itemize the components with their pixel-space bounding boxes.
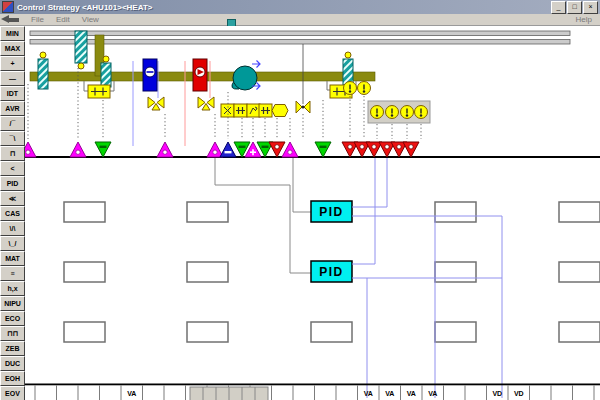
io-strip-gray-panel xyxy=(190,387,268,400)
terminal-shape xyxy=(25,142,36,157)
terminal-red-down[interactable] xyxy=(403,142,419,157)
damper-outside-air[interactable] xyxy=(38,59,48,89)
cooling-valve[interactable] xyxy=(148,97,164,110)
diagram-svg: PID PID VAVAVAVAVAVDVD xyxy=(25,26,600,400)
heating-coil[interactable] xyxy=(193,59,207,91)
menu-edit[interactable]: Edit xyxy=(50,15,76,24)
terminal-mark-minus xyxy=(225,151,232,153)
empty-block[interactable] xyxy=(311,322,352,342)
menu-help[interactable]: Help xyxy=(568,15,600,24)
empty-block[interactable] xyxy=(64,202,105,222)
hx-button[interactable]: h,x xyxy=(0,281,25,296)
menu-view[interactable]: View xyxy=(76,15,105,24)
terminal-shape xyxy=(315,142,331,157)
empty-block[interactable] xyxy=(64,322,105,342)
terminal-mark-minus xyxy=(320,146,327,148)
cas-button[interactable]: CAS xyxy=(0,206,25,221)
io-strip[interactable]: VAVAVAVAVAVDVD xyxy=(35,386,594,400)
empty-block[interactable] xyxy=(187,262,228,282)
terminal-magenta-up[interactable] xyxy=(25,142,36,157)
pid-block-1[interactable]: PID xyxy=(311,201,352,222)
purple-wires xyxy=(352,158,502,398)
panel-sensor-3[interactable] xyxy=(401,106,414,119)
plus-button[interactable]: + xyxy=(0,56,25,71)
io-cell-label: VD xyxy=(492,390,502,397)
empty-block[interactable] xyxy=(64,262,105,282)
avr-button[interactable]: AVR xyxy=(0,101,25,116)
terminal-red-down[interactable] xyxy=(269,142,285,157)
empty-block[interactable] xyxy=(187,322,228,342)
terminal-green-down[interactable] xyxy=(315,142,331,157)
menu-bar: File Edit View Help xyxy=(0,14,600,26)
empty-block[interactable] xyxy=(559,262,600,282)
panel-sensor-2[interactable] xyxy=(386,106,399,119)
empty-block[interactable] xyxy=(187,202,228,222)
duct-sensor-humidity[interactable] xyxy=(358,82,371,95)
minus-button[interactable]: — xyxy=(0,71,25,86)
heating-valve[interactable] xyxy=(198,97,214,110)
pid-block-2[interactable]: PID xyxy=(311,261,352,282)
eov-button[interactable]: EOV xyxy=(0,386,25,400)
duc-button[interactable]: DUC xyxy=(0,356,25,371)
terminal-mark-circle xyxy=(348,145,352,149)
terminal-red-down[interactable] xyxy=(366,142,382,157)
pulse-icon-button[interactable]: ⊓ xyxy=(0,146,25,161)
zeb-button[interactable]: ZEB xyxy=(0,341,25,356)
chart-icon-button[interactable]: ≡ xyxy=(0,266,25,281)
empty-block[interactable] xyxy=(435,262,476,282)
menu-file[interactable]: File xyxy=(25,15,50,24)
compare-icon-button[interactable]: < xyxy=(0,161,25,176)
panel-sensor-1[interactable] xyxy=(371,106,384,119)
idt-button[interactable]: IDT xyxy=(0,86,25,101)
terminal-mark-circle xyxy=(163,150,167,154)
terminal-magenta-up[interactable] xyxy=(70,142,86,157)
window-title: Control Strategy <AHU101><HEAT> xyxy=(17,3,152,12)
dip-icon-button[interactable]: \_/ xyxy=(0,236,25,251)
mat-button[interactable]: MAT xyxy=(0,251,25,266)
panel-sensor-4[interactable] xyxy=(415,106,428,119)
damper-recirculation[interactable] xyxy=(101,63,111,87)
terminal-magenta-up[interactable] xyxy=(207,142,223,157)
io-cell-label: VA xyxy=(127,390,136,397)
air-channel-top xyxy=(30,31,570,36)
restore-button[interactable]: □ xyxy=(567,1,582,14)
eoh-button[interactable]: EOH xyxy=(0,371,25,386)
terminal-mark-minus xyxy=(239,146,246,148)
title-bar[interactable]: Control Strategy <AHU101><HEAT> _□× xyxy=(0,0,600,14)
terminal-mark-minus xyxy=(100,146,107,148)
damper-supply[interactable] xyxy=(343,59,353,85)
empty-block[interactable] xyxy=(559,202,600,222)
arrow-icon xyxy=(247,104,260,117)
terminal-shape xyxy=(95,142,111,157)
back-arrow-icon[interactable] xyxy=(1,15,21,24)
eco-button[interactable]: ECO xyxy=(0,311,25,326)
cooling-coil[interactable] xyxy=(143,59,157,91)
strategy-canvas[interactable]: PID PID VAVAVAVAVAVDVD xyxy=(25,26,600,400)
ramp-down-icon-button[interactable]: ¯\ xyxy=(0,131,25,146)
terminal-magenta-up[interactable] xyxy=(157,142,173,157)
duct-sensor-temp[interactable] xyxy=(344,82,357,95)
max-button[interactable]: MAX xyxy=(0,41,25,56)
close-button[interactable]: × xyxy=(583,1,598,14)
terminal-green-down[interactable] xyxy=(95,142,111,157)
logic-icon-row[interactable] xyxy=(221,104,288,117)
io-cell-label: VD xyxy=(514,390,524,397)
io-cell-label: VA xyxy=(364,390,373,397)
min-button[interactable]: MIN xyxy=(0,26,25,41)
double-chevron-icon-button[interactable]: ≪ xyxy=(0,191,25,206)
ramp-up-icon-button[interactable]: /¯ xyxy=(0,116,25,131)
empty-block[interactable] xyxy=(435,202,476,222)
terminal-mark-circle xyxy=(213,150,217,154)
square-wave-icon-button[interactable]: ⊓⊓ xyxy=(0,326,25,341)
control-strategy-window: Control Strategy <AHU101><HEAT> _□× File… xyxy=(0,0,600,400)
empty-block[interactable] xyxy=(435,322,476,342)
pid-button[interactable]: PID xyxy=(0,176,25,191)
damper-exhaust[interactable] xyxy=(75,31,87,63)
terminal-magenta-up[interactable] xyxy=(282,142,298,157)
minimize-button[interactable]: _ xyxy=(551,1,566,14)
zigzag-icon-button[interactable]: \/\ xyxy=(0,221,25,236)
nipu-button[interactable]: NIPU xyxy=(0,296,25,311)
empty-block[interactable] xyxy=(559,322,600,342)
terminal-blue-up[interactable] xyxy=(220,142,236,157)
filter-dp-switch-1[interactable] xyxy=(88,85,110,98)
